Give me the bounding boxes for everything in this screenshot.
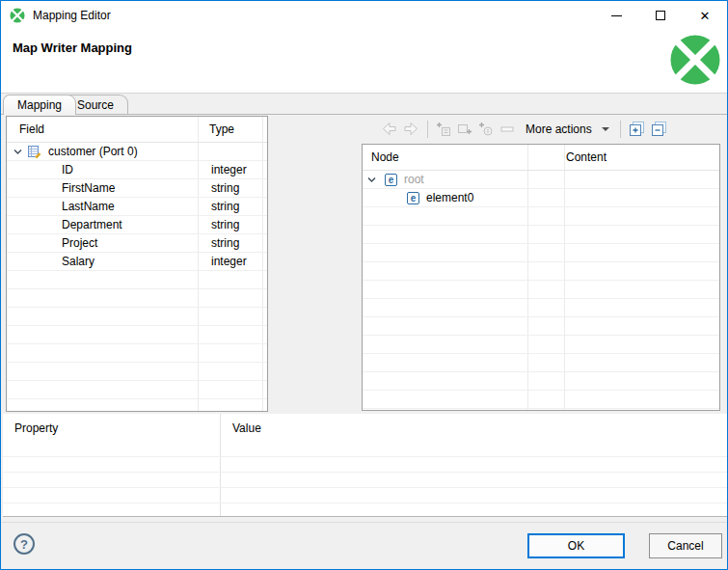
- mapping-toolbar: More actions: [362, 116, 720, 142]
- maximize-button[interactable]: [638, 1, 683, 30]
- field-column-header[interactable]: Field: [19, 122, 44, 136]
- empty-row: [363, 336, 719, 354]
- field-type: string: [211, 236, 239, 250]
- property-table-header: Property Value: [3, 414, 727, 457]
- field-type: integer: [211, 163, 247, 176]
- map-arrow-right-button[interactable]: [400, 119, 422, 140]
- minimize-icon: [611, 15, 622, 16]
- field-name: Department: [62, 218, 122, 231]
- toolbar-separator: [427, 121, 428, 138]
- help-button[interactable]: ?: [13, 533, 35, 555]
- cancel-button[interactable]: Cancel: [649, 533, 722, 558]
- wildcard-icon: [499, 122, 515, 137]
- type-column-header[interactable]: Type: [209, 122, 234, 136]
- node-row-element0[interactable]: e element0: [363, 189, 719, 207]
- window-controls: ✕: [594, 1, 727, 30]
- map-arrow-left-button[interactable]: [378, 119, 400, 140]
- record-metadata-icon: [27, 144, 42, 159]
- field-name: ID: [62, 163, 73, 176]
- tab-source-label: Source: [77, 98, 114, 112]
- add-attribute-button[interactable]: [475, 119, 497, 140]
- more-actions-button[interactable]: More actions: [518, 119, 615, 140]
- clover-logo: [669, 34, 721, 86]
- element-icon: e: [407, 192, 419, 204]
- toolbar-separator: [620, 121, 621, 138]
- empty-row: [363, 226, 719, 244]
- arrow-left-icon: [381, 122, 397, 136]
- dialog-header: Map Writer Mapping: [1, 30, 727, 94]
- field-type: string: [211, 200, 239, 213]
- button-bar: ? OK Cancel: [1, 523, 728, 569]
- empty-row: [363, 372, 719, 391]
- empty-row: [363, 281, 719, 299]
- node-root-label: root: [404, 173, 424, 186]
- collapse-all-button[interactable]: [648, 119, 670, 140]
- expand-all-button[interactable]: [626, 119, 648, 140]
- field-root-label: customer (Port 0): [48, 145, 138, 158]
- field-type: string: [211, 181, 239, 195]
- help-icon: ?: [20, 537, 28, 552]
- field-name: Project: [62, 236, 97, 250]
- field-name: FirstName: [62, 181, 115, 195]
- node-table-header: Node Content: [363, 145, 719, 171]
- cancel-button-label: Cancel: [667, 539, 703, 553]
- node-row-root[interactable]: e root: [363, 171, 719, 189]
- node-table: Node Content e root e element0: [362, 144, 720, 411]
- collapse-all-icon: [651, 121, 667, 137]
- field-row-customer[interactable]: customer (Port 0): [7, 143, 267, 161]
- field-table-header: Field Type: [7, 117, 267, 143]
- field-name: LastName: [62, 200, 115, 213]
- empty-row: [3, 503, 727, 517]
- empty-row: [7, 344, 267, 363]
- empty-row: [363, 244, 719, 262]
- field-row[interactable]: Project string: [7, 234, 267, 253]
- field-row[interactable]: Department string: [7, 216, 267, 234]
- field-row[interactable]: FirstName string: [7, 179, 267, 198]
- empty-row: [363, 317, 719, 336]
- empty-row: [7, 289, 267, 308]
- value-column-header[interactable]: Value: [232, 421, 261, 435]
- add-element-icon: [457, 122, 472, 137]
- empty-row: [363, 409, 719, 411]
- chevron-down-icon[interactable]: [13, 147, 23, 157]
- field-name: Salary: [62, 255, 94, 268]
- empty-row: [3, 473, 727, 488]
- chevron-down-icon[interactable]: [366, 175, 377, 185]
- empty-row: [363, 354, 719, 372]
- field-row[interactable]: Salary integer: [7, 253, 267, 271]
- more-actions-label: More actions: [526, 122, 592, 136]
- tab-mapping[interactable]: Mapping: [3, 95, 76, 115]
- empty-row: [363, 262, 719, 281]
- empty-row: [7, 308, 267, 326]
- add-attribute-icon: [478, 122, 494, 137]
- field-type: string: [211, 218, 239, 231]
- content-column-header[interactable]: Content: [566, 150, 607, 164]
- add-wildcard-button[interactable]: [497, 119, 518, 140]
- field-row[interactable]: ID integer: [7, 161, 267, 179]
- node-column-header[interactable]: Node: [371, 150, 399, 164]
- app-clover-icon: [10, 8, 25, 23]
- dropdown-caret-icon: [602, 127, 609, 131]
- property-table: Property Value: [3, 414, 727, 517]
- field-type: integer: [211, 255, 247, 268]
- empty-row: [363, 391, 719, 409]
- add-child-element-button[interactable]: [433, 119, 454, 140]
- empty-row: [7, 326, 267, 344]
- element-icon: e: [385, 174, 397, 186]
- field-row[interactable]: LastName string: [7, 198, 267, 216]
- empty-row: [7, 381, 267, 399]
- maximize-icon: [656, 11, 665, 20]
- tab-folder-border: [1, 114, 728, 115]
- empty-row: [7, 271, 267, 289]
- empty-row: [7, 363, 267, 381]
- empty-row: [363, 299, 719, 317]
- empty-row: [3, 488, 727, 503]
- minimize-button[interactable]: [594, 1, 638, 30]
- ok-button[interactable]: OK: [527, 533, 625, 558]
- empty-row: [3, 457, 727, 473]
- property-column-header[interactable]: Property: [14, 421, 58, 435]
- title-bar: Mapping Editor ✕: [1, 1, 727, 30]
- close-button[interactable]: ✕: [683, 1, 727, 30]
- add-element-button[interactable]: [454, 119, 475, 140]
- node-child-label: element0: [426, 191, 473, 204]
